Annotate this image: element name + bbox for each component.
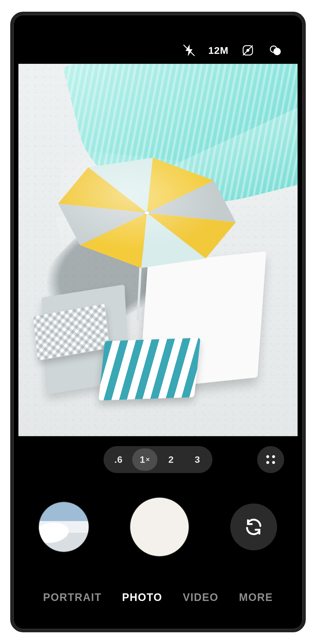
gallery-thumbnail[interactable] (39, 502, 89, 552)
motion-photo-off-icon[interactable] (240, 42, 256, 59)
shutter-button[interactable] (130, 498, 189, 556)
mode-video[interactable]: VIDEO (183, 591, 219, 604)
phone-frame: 12M (10, 12, 306, 632)
svg-line-4 (243, 46, 253, 55)
camera-switch-button[interactable] (230, 503, 277, 550)
mode-more[interactable]: MORE (239, 591, 273, 604)
top-settings-bar: 12M (18, 20, 298, 64)
zoom-option-1[interactable]: 1× (132, 448, 157, 471)
aspect-options-button[interactable] (257, 446, 284, 473)
mode-selector: PORTRAITPHOTOVIDEOMORE (18, 591, 298, 604)
mode-portrait[interactable]: PORTRAIT (43, 591, 102, 604)
zoom-selector: .61×23 (104, 446, 212, 473)
camera-app-screen: 12M (18, 20, 298, 624)
camera-controls: .61×23 (18, 436, 298, 624)
flash-off-icon[interactable] (181, 42, 197, 59)
zoom-option-2[interactable]: 2 (159, 448, 184, 471)
camera-viewfinder[interactable] (18, 64, 298, 436)
mode-photo[interactable]: PHOTO (122, 591, 162, 604)
filters-icon[interactable] (267, 42, 284, 59)
resolution-label[interactable]: 12M (208, 42, 229, 59)
zoom-option-6[interactable]: .6 (106, 448, 131, 471)
zoom-option-3[interactable]: 3 (185, 448, 210, 471)
